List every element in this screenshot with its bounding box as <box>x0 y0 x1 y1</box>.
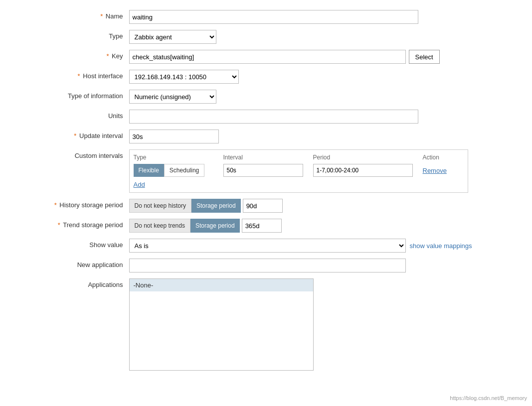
interval-col <box>223 164 313 177</box>
type-control: Zabbix agent Zabbix agent (active) Simpl… <box>129 30 493 44</box>
intervals-row-1: FlexibleScheduling Remove <box>134 164 464 177</box>
col-action-header: Action <box>423 154 463 161</box>
show-value-row: Show value As is show value mappings <box>39 239 493 253</box>
host-interface-row: * Host interface 192.168.149.143 : 10050 <box>39 70 493 84</box>
flexible-button[interactable]: Flexible <box>134 164 164 177</box>
host-interface-label: * Host interface <box>39 70 129 80</box>
history-storage-buttons: Do not keep history Storage period <box>129 199 283 213</box>
name-row: * Name <box>39 10 493 24</box>
custom-intervals-label: Custom intervals <box>39 149 129 159</box>
new-application-row: New application <box>39 259 493 272</box>
show-value-label: Show value <box>39 239 129 249</box>
history-storage-period-button[interactable]: Storage period <box>191 199 241 213</box>
key-row: * Key Select <box>39 50 493 64</box>
period-input[interactable] <box>313 164 413 177</box>
history-storage-value-input[interactable] <box>243 199 283 213</box>
history-storage-label: * History storage period <box>39 199 129 209</box>
trend-storage-control: Do not keep trends Storage period <box>129 219 493 233</box>
remove-link[interactable]: Remove <box>423 167 447 174</box>
update-interval-input[interactable] <box>129 130 219 143</box>
history-storage-row: * History storage period Do not keep his… <box>39 199 493 213</box>
show-value-control: As is show value mappings <box>129 239 493 253</box>
col-type-header: Type <box>134 154 223 161</box>
name-required-star: * <box>100 12 103 20</box>
units-label: Units <box>39 110 129 120</box>
trend-storage-label: * Trend storage period <box>39 219 129 229</box>
trend-required-star: * <box>58 221 60 229</box>
type-select[interactable]: Zabbix agent Zabbix agent (active) Simpl… <box>129 30 216 44</box>
type-info-label: Type of information <box>39 90 129 100</box>
trend-storage-buttons: Do not keep trends Storage period <box>129 219 282 233</box>
update-interval-label: * Update interval <box>39 130 129 139</box>
trend-storage-value-input[interactable] <box>242 219 282 233</box>
interval-input[interactable] <box>223 164 303 177</box>
history-storage-control: Do not keep history Storage period <box>129 199 493 213</box>
show-value-select[interactable]: As is <box>129 239 406 253</box>
key-control: Select <box>129 50 493 64</box>
applications-label: Applications <box>39 278 129 288</box>
show-value-mappings-link[interactable]: show value mappings <box>410 242 472 250</box>
host-required-star: * <box>78 72 80 80</box>
custom-intervals-control: Type Interval Period Action FlexibleSche… <box>129 149 493 193</box>
key-input[interactable] <box>129 50 406 64</box>
intervals-header: Type Interval Period Action <box>134 154 464 161</box>
custom-intervals-box: Type Interval Period Action FlexibleSche… <box>129 149 468 193</box>
form-container: * Name Type Zabbix agent Zabbix agent (a… <box>29 10 503 371</box>
applications-list[interactable]: -None- <box>129 278 314 371</box>
name-input[interactable] <box>129 10 418 24</box>
type-info-row: Type of information Numeric (unsigned) N… <box>39 90 493 104</box>
new-application-input[interactable] <box>129 259 406 272</box>
units-control <box>129 110 493 124</box>
update-required-star: * <box>74 132 76 139</box>
trend-storage-period-button[interactable]: Storage period <box>190 219 240 233</box>
applications-control: -None- <box>129 278 493 371</box>
host-interface-control: 192.168.149.143 : 10050 <box>129 70 493 84</box>
trend-storage-row: * Trend storage period Do not keep trend… <box>39 219 493 233</box>
col-interval-header: Interval <box>223 154 313 161</box>
units-row: Units <box>39 110 493 124</box>
scheduling-button[interactable]: Scheduling <box>164 164 204 177</box>
type-toggle-group: FlexibleScheduling <box>134 164 223 177</box>
history-required-star: * <box>54 201 57 209</box>
applications-row: Applications -None- <box>39 278 493 371</box>
new-application-label: New application <box>39 259 129 269</box>
period-col <box>313 164 423 177</box>
new-application-control <box>129 259 493 272</box>
name-label: * Name <box>39 10 129 20</box>
key-label: * Key <box>39 50 129 60</box>
type-row: Type Zabbix agent Zabbix agent (active) … <box>39 30 493 44</box>
add-link[interactable]: Add <box>134 181 145 188</box>
action-col: Remove <box>423 167 463 174</box>
type-label: Type <box>39 30 129 40</box>
application-item-none[interactable]: -None- <box>130 279 313 291</box>
host-interface-select[interactable]: 192.168.149.143 : 10050 <box>129 70 239 84</box>
name-control <box>129 10 493 24</box>
select-button[interactable]: Select <box>409 50 440 64</box>
key-required-star: * <box>106 52 109 60</box>
update-interval-row: * Update interval <box>39 130 493 143</box>
trend-no-keep-button[interactable]: Do not keep trends <box>129 219 190 233</box>
col-period-header: Period <box>313 154 423 161</box>
type-info-select[interactable]: Numeric (unsigned) Numeric (float) Chara… <box>129 90 216 104</box>
type-info-control: Numeric (unsigned) Numeric (float) Chara… <box>129 90 493 104</box>
units-input[interactable] <box>129 110 418 124</box>
history-no-keep-button[interactable]: Do not keep history <box>129 199 191 213</box>
update-interval-control <box>129 130 493 143</box>
custom-intervals-row: Custom intervals Type Interval Period Ac… <box>39 149 493 193</box>
